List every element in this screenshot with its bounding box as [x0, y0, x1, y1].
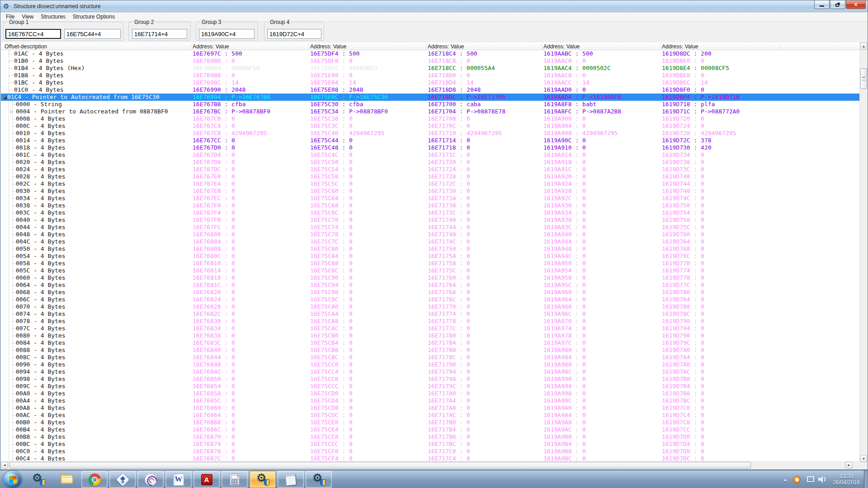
taskbar-torrent-client[interactable] — [109, 471, 136, 488]
taskbar-bittorrent[interactable] — [137, 471, 164, 488]
column-separator[interactable] — [426, 43, 426, 49]
taskbar-adobe-reader[interactable] — [193, 471, 220, 488]
group-1-address-input-1[interactable] — [5, 29, 61, 39]
group-2-address-input[interactable] — [132, 29, 187, 39]
menu-structures[interactable]: Structures — [37, 13, 69, 21]
table-row[interactable]: 004C - 4 Bytes16E76804 : 016E75C7C : 016… — [1, 238, 860, 245]
group-3-address-input[interactable] — [199, 29, 255, 39]
scroll-down-icon[interactable]: ▼ — [860, 455, 867, 462]
table-row[interactable]: 006C - 4 Bytes16E76824 : 016E75C9C : 016… — [1, 296, 860, 303]
taskbar-cheat-engine-2[interactable] — [306, 471, 332, 488]
table-row[interactable]: 00BC - 4 Bytes16E76874 : 016E75CEC : 016… — [1, 441, 860, 448]
taskbar-cheat-engine-pinned[interactable] — [25, 471, 52, 488]
table-row[interactable]: 00A4 - 4 Bytes16E7685C : 016E75CD4 : 016… — [1, 397, 860, 404]
table-row[interactable]: 0090 - 4 Bytes16E76848 : 016E75CC0 : 016… — [1, 361, 860, 368]
table-row[interactable]: 005C - 4 Bytes16E76814 : 016E75C8C : 016… — [1, 267, 860, 274]
start-button[interactable] — [4, 471, 22, 488]
clock[interactable]: 13:33 26/04/2016 — [833, 473, 860, 486]
table-row[interactable]: 0048 - 4 Bytes16E76800 : 016E75C78 : 016… — [1, 231, 860, 238]
taskbar-cheat-engine-active[interactable] — [250, 471, 276, 488]
volume-tray-icon[interactable] — [818, 476, 827, 483]
table-row[interactable]: ▷0004 - Pointer to Autocreated from 0887… — [1, 108, 860, 115]
taskbar-word[interactable] — [165, 471, 192, 488]
scroll-left-icon[interactable]: ◄ — [1, 462, 8, 469]
table-row[interactable]: 00A8 - 4 Bytes16E76860 : 016E75CD8 : 016… — [1, 404, 860, 412]
table-row[interactable]: 0084 - 4 Bytes16E7683C : 016E75CB4 : 016… — [1, 339, 860, 347]
hidden-icons-arrow-icon[interactable]: ▲ — [783, 477, 788, 482]
table-row[interactable]: 01B4 - 4 Bytes (Hex)16E76984 : 0000AF1D1… — [1, 65, 860, 72]
table-row[interactable]: 0044 - 4 Bytes16E767FC : 016E75C74 : 016… — [1, 224, 860, 231]
taskbar-calculator[interactable] — [222, 471, 248, 488]
table-row[interactable]: 0070 - 4 Bytes16E76828 : 016E75CA0 : 016… — [1, 303, 860, 310]
close-button[interactable]: × — [846, 0, 866, 9]
scroll-up-icon[interactable]: ▲ — [860, 42, 867, 50]
table-row[interactable]: 0058 - 4 Bytes16E76810 : 016E75C88 : 016… — [1, 260, 860, 267]
table-row[interactable]: 000C - 4 Bytes16E767C4 : 016E75C3C : 016… — [1, 122, 860, 130]
collapsed-node-icon[interactable]: ▷ — [10, 108, 13, 115]
table-row[interactable]: 00C0 - 4 Bytes16E76878 : 016E75CF0 : 016… — [1, 448, 860, 455]
table-row[interactable]: 01B8 - 4 Bytes16E76988 : 016E75E00 : 016… — [1, 72, 860, 79]
vertical-scroll-thumb[interactable] — [860, 68, 867, 89]
table-row[interactable]: 0024 - 4 Bytes16E767DC : 016E75C54 : 016… — [1, 166, 860, 173]
table-row[interactable]: 0040 - 4 Bytes16E767F8 : 016E75C70 : 016… — [1, 216, 860, 224]
table-row[interactable]: 0088 - 4 Bytes16E76840 : 016E75CB8 : 016… — [1, 347, 860, 354]
table-row[interactable]: 0064 - 4 Bytes16E7681C : 016E75C94 : 016… — [1, 282, 860, 289]
group-1-address-input-2[interactable] — [64, 29, 121, 39]
table-row[interactable]: 01B0 - 4 Bytes16E76980 : 016E75DF8 : 016… — [1, 57, 860, 65]
table-row[interactable]: 003C - 4 Bytes16E767F4 : 016E75C6C : 016… — [1, 209, 860, 216]
table-row[interactable]: 0098 - 4 Bytes16E76850 : 016E75CC8 : 016… — [1, 375, 860, 383]
column-separator[interactable] — [780, 43, 781, 49]
menu-structure-options[interactable]: Structure Options — [69, 13, 118, 21]
table-row[interactable]: 0014 - 4 Bytes16E767CC : 016E75C44 : 016… — [1, 137, 860, 144]
table-row[interactable]: 01BC - 4 Bytes16E7698C : 1416E75E04 : 14… — [1, 79, 860, 86]
restore-button[interactable] — [830, 0, 845, 9]
table-row[interactable]: 0078 - 4 Bytes16E76830 : 016E75CA8 : 016… — [1, 318, 860, 325]
horizontal-scrollbar[interactable]: ◄ ► — [1, 461, 860, 469]
taskbar-windows-explorer[interactable] — [53, 471, 80, 488]
table-row[interactable]: 00B8 - 4 Bytes16E76870 : 016E75CE8 : 016… — [1, 433, 860, 441]
table-row[interactable]: 01AC - 4 Bytes16E7697C : 50016E75DF4 : 5… — [1, 50, 860, 57]
table-row[interactable]: 00B0 - 4 Bytes16E76868 : 016E75CE0 : 016… — [1, 419, 860, 426]
group-4-address-input[interactable] — [267, 29, 321, 39]
table-row[interactable]: 01C4 - Pointer to Autocreated from 16E75… — [1, 94, 860, 101]
table-row[interactable]: 008C - 4 Bytes16E76844 : 016E75CBC : 016… — [1, 354, 860, 361]
show-desktop-button[interactable] — [864, 470, 868, 488]
vertical-scrollbar[interactable]: ▲ ▼ — [859, 42, 867, 462]
table-row[interactable]: 0028 - 4 Bytes16E767E0 : 016E75C58 : 016… — [1, 173, 860, 180]
table-row[interactable]: 0094 - 4 Bytes16E7684C : 016E75CC4 : 016… — [1, 368, 860, 375]
column-separator[interactable] — [660, 43, 660, 49]
table-row[interactable]: 01C0 - 4 Bytes16E76990 : 204816E75E08 : … — [1, 86, 860, 94]
column-separator[interactable] — [308, 43, 309, 49]
table-row[interactable]: 0068 - 4 Bytes16E76820 : 016E75C98 : 016… — [1, 289, 860, 296]
table-row[interactable]: 0000 - String16E767B8 : cfba16E75C30 : c… — [1, 101, 860, 108]
table-row[interactable]: 007C - 4 Bytes16E76834 : 016E75CAC : 016… — [1, 325, 860, 332]
table-row[interactable]: 0030 - 4 Bytes16E767E8 : 016E75C60 : 016… — [1, 188, 860, 195]
table-row[interactable]: 0020 - 4 Bytes16E767D8 : 016E75C50 : 016… — [1, 159, 860, 166]
column-separator[interactable] — [191, 43, 191, 49]
column-separator[interactable] — [542, 43, 542, 49]
table-row[interactable]: 0034 - 4 Bytes16E767EC : 016E75C64 : 016… — [1, 195, 860, 202]
table-row[interactable]: 0008 - 4 Bytes16E767C0 : 016E75C38 : 016… — [1, 115, 860, 122]
horizontal-scroll-thumb[interactable] — [9, 462, 751, 469]
table-row[interactable]: 009C - 4 Bytes16E76854 : 016E75CCC : 016… — [1, 383, 860, 390]
table-row[interactable]: 0060 - 4 Bytes16E76818 : 016E75C90 : 016… — [1, 274, 860, 282]
table-row[interactable]: 0038 - 4 Bytes16E767F0 : 016E75C68 : 016… — [1, 202, 860, 209]
table-row[interactable]: 0050 - 4 Bytes16E76808 : 016E75C80 : 016… — [1, 245, 860, 253]
network-tray-icon[interactable] — [806, 476, 814, 483]
table-row[interactable]: 0080 - 4 Bytes16E76838 : 016E75CB0 : 016… — [1, 332, 860, 339]
table-row[interactable]: 00A0 - 4 Bytes16E76858 : 016E75CD0 : 016… — [1, 390, 860, 397]
expanded-node-icon[interactable] — [3, 96, 7, 99]
taskbar-chrome[interactable] — [81, 471, 108, 488]
antivirus-tray-icon[interactable] — [793, 476, 801, 483]
table-row[interactable]: 002C - 4 Bytes16E767E4 : 016E75C5C : 016… — [1, 180, 860, 188]
table-row[interactable]: 0074 - 4 Bytes16E7682C : 016E75CA4 : 016… — [1, 310, 860, 318]
table-row[interactable]: 0018 - 4 Bytes16E767D0 : 016E75C48 : 016… — [1, 144, 860, 151]
table-row[interactable]: 001C - 4 Bytes16E767D4 : 016E75C4C : 016… — [1, 151, 860, 159]
taskbar-notepad[interactable] — [278, 471, 304, 488]
table-row[interactable]: 00B4 - 4 Bytes16E7686C : 016E75CE4 : 016… — [1, 426, 860, 433]
table-row[interactable]: 00AC - 4 Bytes16E76864 : 016E75CDC : 016… — [1, 412, 860, 419]
scroll-right-icon[interactable]: ► — [845, 462, 853, 469]
minimize-button[interactable] — [814, 0, 830, 9]
table-row[interactable]: 0054 - 4 Bytes16E7680C : 016E75C84 : 016… — [1, 253, 860, 260]
table-row[interactable]: 0010 - 4 Bytes16E767C8 : 429496729516E75… — [1, 130, 860, 137]
